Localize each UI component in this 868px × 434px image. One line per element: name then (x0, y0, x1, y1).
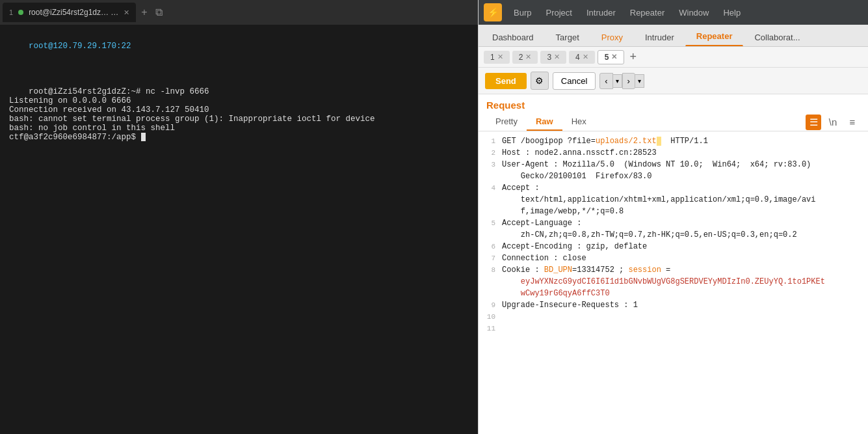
send-options-button[interactable]: ⚙ (531, 72, 549, 90)
terminal-status-dot (18, 10, 23, 15)
menu-burp[interactable]: Burp (507, 5, 538, 20)
burp-menu-bar: ⚡ Burp Project Intruder Repeater Window … (479, 0, 868, 25)
request-line-10: 10 (479, 311, 868, 323)
rep-tab-1[interactable]: 1 ✕ (484, 51, 510, 64)
rep-tab-3[interactable]: 3 ✕ (540, 51, 566, 64)
newline-icon[interactable]: \n (825, 115, 841, 130)
rep-tab-5[interactable]: 5 ✕ (598, 50, 625, 64)
menu-help[interactable]: Help (717, 5, 747, 20)
cancel-button[interactable]: Cancel (553, 72, 596, 90)
repeater-number-tabs: 1 ✕ 2 ✕ 3 ✕ 4 ✕ 5 ✕ + (479, 47, 868, 68)
nav-tab-collaborator[interactable]: Collaborat... (743, 28, 811, 46)
request-line-1: 1 GET /boogipop ?file=uploads/2.txt HTTP… (479, 135, 868, 147)
request-toolbar: Send ⚙ Cancel ‹ ▾ › ▾ (479, 68, 868, 94)
view-tab-raw[interactable]: Raw (527, 113, 562, 131)
rep-tab-close-2[interactable]: ✕ (525, 53, 531, 61)
tab-close-icon[interactable]: ✕ (124, 8, 129, 17)
burp-nav-tabs: Dashboard Target Proxy Intruder Repeater… (479, 25, 868, 47)
request-content[interactable]: 1 GET /boogipop ?file=uploads/2.txt HTTP… (479, 131, 868, 434)
request-line-9: 9 Upgrade-Insecure-Requests : 1 (479, 299, 868, 311)
nav-tab-target[interactable]: Target (545, 28, 590, 46)
menu-intruder[interactable]: Intruder (580, 5, 622, 20)
burp-panel: ⚡ Burp Project Intruder Repeater Window … (478, 0, 868, 434)
add-repeater-tab-button[interactable]: + (627, 50, 639, 64)
request-view-tabs: Pretty Raw Hex ☰ \n ≡ (479, 113, 868, 131)
wrap-icon[interactable]: ≡ (845, 115, 860, 130)
request-line-3: 3 User-Agent : Mozilla/5.0 (Windows NT 1… (479, 159, 868, 182)
burp-logo: ⚡ (484, 3, 502, 21)
rep-tab-close-3[interactable]: ✕ (554, 53, 560, 61)
request-line-11: 11 (479, 323, 868, 334)
request-line-8: 8 Cookie : BD_UPN=13314752 ; session = e… (479, 264, 868, 299)
tab-title: root@iZzi54rst2g1dz… … (29, 8, 118, 17)
nav-tab-proxy[interactable]: Proxy (590, 28, 634, 46)
request-line-7: 7 Connection : close (479, 252, 868, 264)
prev-button[interactable]: ‹ (599, 73, 612, 89)
rep-tab-close-1[interactable]: ✕ (497, 53, 503, 61)
terminal-tab-bar: 1 root@iZzi54rst2g1dz… … ✕ + ⧉ (0, 0, 478, 25)
new-tab-button[interactable]: + (137, 7, 151, 18)
menu-window[interactable]: Window (672, 5, 715, 20)
view-tab-pretty[interactable]: Pretty (486, 113, 527, 131)
menu-repeater[interactable]: Repeater (624, 5, 671, 20)
prev-dropdown[interactable]: ▾ (613, 74, 622, 88)
request-section-title: Request (479, 94, 868, 113)
format-icon[interactable]: ☰ (806, 115, 821, 130)
next-button[interactable]: › (622, 73, 635, 89)
nav-tab-repeater[interactable]: Repeater (685, 27, 744, 46)
terminal-body: root@120.79.29.170:22 root@iZzi54rst2g1d… (0, 25, 478, 434)
rep-tab-2[interactable]: 2 ✕ (512, 51, 538, 64)
terminal-panel: 1 root@iZzi54rst2g1dz… … ✕ + ⧉ root@120.… (0, 0, 478, 434)
terminal-cursor (141, 133, 146, 141)
tab-number: 1 (9, 8, 13, 16)
rep-tab-close-5[interactable]: ✕ (611, 53, 617, 61)
send-button[interactable]: Send (485, 73, 527, 89)
view-tab-hex[interactable]: Hex (562, 113, 596, 131)
rep-tab-close-4[interactable]: ✕ (583, 53, 588, 61)
request-panel: Request Pretty Raw Hex ☰ \n ≡ 1 GET /boo… (479, 94, 868, 434)
request-line-4: 4 Accept : text/html,application/xhtml+x… (479, 182, 868, 217)
nav-tab-dashboard[interactable]: Dashboard (481, 28, 545, 46)
tab-grid-icon[interactable]: ⧉ (151, 7, 166, 18)
next-dropdown[interactable]: ▾ (635, 74, 644, 88)
terminal-tab-1[interactable]: 1 root@iZzi54rst2g1dz… … ✕ (3, 3, 136, 22)
request-toolbar-icons: ☰ \n ≡ (806, 115, 860, 130)
nav-tab-intruder[interactable]: Intruder (634, 28, 685, 46)
request-line-6: 6 Accept-Encoding : gzip, deflate (479, 241, 868, 252)
history-nav: ‹ ▾ › ▾ (599, 73, 644, 89)
menu-project[interactable]: Project (539, 5, 578, 20)
request-line-2: 2 Host : node2.anna.nssctf.cn:28523 (479, 147, 868, 159)
request-line-5: 5 Accept-Language : zh-CN,zh;q=0.8,zh-TW… (479, 217, 868, 241)
rep-tab-4[interactable]: 4 ✕ (569, 51, 595, 64)
